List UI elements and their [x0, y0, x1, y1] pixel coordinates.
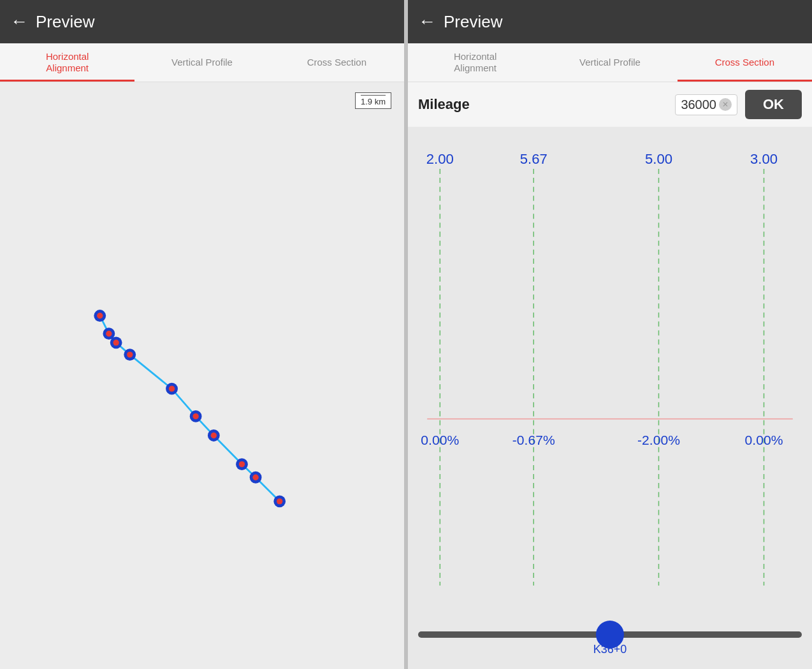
path-point-inner	[239, 461, 245, 467]
right-tab-cross[interactable]: Cross Section	[678, 43, 812, 82]
left-panel: ← Preview Horizontal Alignment Vertical …	[0, 0, 404, 669]
map-svg	[0, 82, 404, 669]
mileage-input-wrap[interactable]: 36000 ✕	[675, 94, 737, 115]
mileage-value: 36000	[681, 97, 716, 112]
mileage-clear-button[interactable]: ✕	[719, 98, 732, 111]
left-content: 1.9 km	[0, 82, 404, 669]
path-point-inner	[169, 385, 175, 391]
left-tab-horizontal[interactable]: Horizontal Alignment	[0, 43, 134, 82]
mileage-row: Mileage 36000 ✕ OK	[408, 82, 812, 127]
left-tab-cross[interactable]: Cross Section	[270, 43, 404, 82]
right-panel: ← Preview Horizontal Alignment Vertical …	[408, 0, 812, 669]
path-point-inner	[277, 498, 282, 504]
left-tabs: Horizontal Alignment Vertical Profile Cr…	[0, 43, 404, 82]
slider-thumb[interactable]	[596, 621, 624, 649]
right-tabs: Horizontal Alignment Vertical Profile Cr…	[408, 43, 812, 82]
cross-section-view: Mileage 36000 ✕ OK	[408, 82, 812, 669]
width-label-1: 2.00	[426, 151, 454, 167]
left-back-button[interactable]: ←	[10, 11, 28, 32]
path-point-inner	[97, 313, 103, 319]
path-point-inner	[192, 414, 198, 419]
path-point-inner	[113, 340, 119, 345]
slider-area: K36+0	[408, 621, 812, 669]
slope-label-2: -0.67%	[512, 433, 555, 447]
left-title: Preview	[36, 12, 94, 32]
path-point-inner	[252, 475, 258, 480]
map-area[interactable]: 1.9 km	[0, 82, 404, 669]
scale-indicator: 1.9 km	[355, 92, 391, 109]
right-tab-horizontal[interactable]: Horizontal Alignment	[408, 43, 542, 82]
svg-rect-0	[408, 150, 812, 598]
width-label-2: 5.67	[520, 151, 547, 167]
cross-section-chart: 2.00 5.67 5.00 3.00 0.00% -0.67% -2.00% …	[408, 127, 812, 621]
right-back-button[interactable]: ←	[418, 11, 436, 32]
ok-button[interactable]: OK	[745, 90, 802, 119]
path-point-inner	[127, 352, 133, 357]
slope-label-3: -2.00%	[637, 433, 680, 447]
path-point-inner	[106, 331, 112, 336]
cross-section-svg: 2.00 5.67 5.00 3.00 0.00% -0.67% -2.00% …	[408, 127, 812, 621]
left-header: ← Preview	[0, 0, 404, 43]
slider-track[interactable]	[418, 631, 802, 638]
slope-label-1: 0.00%	[421, 433, 459, 447]
width-label-3: 5.00	[645, 151, 672, 167]
slope-label-4: 0.00%	[745, 433, 783, 447]
right-content: Mileage 36000 ✕ OK	[408, 82, 812, 669]
right-title: Preview	[444, 12, 502, 32]
right-header: ← Preview	[408, 0, 812, 43]
width-label-4: 3.00	[750, 151, 778, 167]
left-tab-vertical[interactable]: Vertical Profile	[134, 43, 269, 82]
right-tab-vertical[interactable]: Vertical Profile	[542, 43, 677, 82]
path-point-inner	[211, 433, 217, 438]
mileage-label: Mileage	[418, 96, 667, 113]
